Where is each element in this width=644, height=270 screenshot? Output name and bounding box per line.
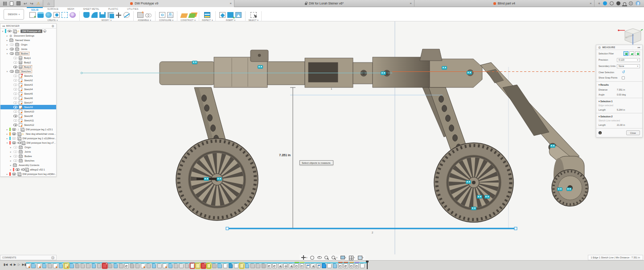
info-icon[interactable]: i <box>599 131 602 134</box>
browser-tree-item[interactable]: Sketch8 <box>0 114 56 118</box>
filter-body-icon[interactable] <box>623 51 628 56</box>
visibility-eye-icon[interactable] <box>13 106 17 108</box>
visibility-eye-icon[interactable] <box>12 128 16 131</box>
visibility-eye-icon[interactable] <box>13 155 17 158</box>
expand-arrow-icon[interactable]: ▸ <box>9 168 12 171</box>
timeline-feature-icon[interactable] <box>179 263 184 268</box>
timeline-feature-icon[interactable] <box>300 263 304 268</box>
expand-arrow-icon[interactable]: ▾ <box>6 141 8 144</box>
visibility-eye-icon[interactable] <box>12 173 16 175</box>
filter-face-icon[interactable] <box>629 51 634 56</box>
pattern-dashed-icon[interactable] <box>62 12 68 18</box>
ribbon-tab-sheet-metal[interactable]: SHEET METAL <box>79 7 104 11</box>
timeline-feature-icon[interactable] <box>333 263 337 268</box>
timeline-feature-icon[interactable] <box>174 263 178 268</box>
browser-tree-item[interactable]: Body3 <box>0 65 56 69</box>
timeline-feature-icon[interactable] <box>53 263 57 268</box>
job-status-icon[interactable] <box>603 1 607 5</box>
expand-arrow-icon[interactable]: ▸ <box>6 137 8 140</box>
measure-expand-icon[interactable]: ▸▸ <box>638 46 640 49</box>
shell-icon[interactable] <box>99 12 106 18</box>
timeline-feature-icon[interactable] <box>81 263 85 268</box>
timeline-feature-icon[interactable] <box>278 263 283 268</box>
ribbon-tab-solid[interactable]: SOLID <box>27 7 43 11</box>
browser-root-row[interactable]: ▾ ⚠ DW Prototype v9 ◉ <box>0 29 56 33</box>
dropdown-caret-icon[interactable]: ▾ <box>345 256 346 259</box>
extrude-icon[interactable] <box>37 12 44 18</box>
browser-tree-item[interactable]: ▸Origin <box>0 145 56 150</box>
sweep-icon[interactable] <box>53 12 60 18</box>
history-icon[interactable] <box>610 1 614 5</box>
browser-tree-item[interactable]: ▸Joints <box>0 150 56 154</box>
dropdown-caret-icon[interactable]: ▾ <box>354 256 355 259</box>
visibility-eye-icon[interactable] <box>13 124 17 126</box>
add-tab-button[interactable]: + <box>598 1 600 6</box>
browser-tree-item[interactable]: Sketch1 <box>0 74 56 78</box>
visibility-eye-icon[interactable] <box>12 137 16 140</box>
visibility-eye-icon[interactable] <box>13 61 17 64</box>
browser-tree-item[interactable]: Sketch2 <box>0 78 56 83</box>
ribbon-tab-utilities[interactable]: UTILITIES <box>123 7 143 11</box>
insert-part-icon[interactable] <box>227 12 234 18</box>
plane-offset-icon[interactable] <box>180 13 188 18</box>
browser-header[interactable]: ◂◂ BROWSER ⚙ <box>0 24 56 29</box>
warning-icon[interactable]: ⚠ <box>37 1 40 6</box>
expand-arrow-icon[interactable]: ▸ <box>9 150 12 153</box>
sketch-new-icon[interactable] <box>29 12 36 18</box>
precision-dropdown[interactable]: 0.123▾ <box>617 58 640 62</box>
views-tool-button[interactable]: ▾ <box>357 255 364 260</box>
tab-close-icon[interactable]: × <box>230 1 232 5</box>
timeline-feature-icon[interactable] <box>97 263 102 268</box>
browser-tree-item[interactable]: ▸DW prototype front leg v4(Mirr... <box>0 172 56 176</box>
visibility-eye-icon[interactable] <box>12 133 16 135</box>
browser-tree-item[interactable]: Body1 <box>0 56 56 60</box>
timeline-feature-icon[interactable] <box>229 263 233 268</box>
timeline-feature-icon[interactable] <box>185 263 189 268</box>
expand-arrow-icon[interactable]: ▸ <box>9 159 12 162</box>
zoom-tool-button[interactable]: ▾ <box>332 255 338 260</box>
root-visibility-eye-icon[interactable] <box>8 30 12 33</box>
new-document-icon[interactable] <box>10 1 13 6</box>
browser-tree-item[interactable]: Sketch7 <box>0 100 56 105</box>
comments-panel[interactable]: COMMENTS ● <box>0 255 57 260</box>
coil-icon[interactable] <box>70 12 76 18</box>
timeline-feature-icon[interactable] <box>262 263 266 268</box>
display-tool-button[interactable]: ▾ <box>340 255 346 260</box>
configure-icon[interactable] <box>159 12 165 18</box>
visibility-eye-icon[interactable] <box>13 66 17 68</box>
timeline-feature-icon[interactable] <box>157 263 162 268</box>
timeline-skip-start-button[interactable]: ▮◀ <box>4 263 8 266</box>
timeline-feature-icon[interactable] <box>37 263 41 268</box>
timeline-feature-icon[interactable] <box>42 263 47 268</box>
visibility-eye-icon[interactable] <box>13 115 17 117</box>
timeline-feature-icon[interactable] <box>196 263 200 268</box>
timeline-feature-icon[interactable] <box>349 263 354 268</box>
timeline-step-forward-button[interactable]: ▷ <box>18 263 20 266</box>
root-expand-arrow[interactable]: ▾ <box>1 30 4 33</box>
show-snap-points-checkbox[interactable] <box>622 76 625 79</box>
visibility-eye-icon[interactable] <box>13 83 17 86</box>
timeline-feature-icon[interactable] <box>31 263 36 268</box>
browser-tree-item[interactable]: ▸Named Views <box>0 38 56 42</box>
expand-arrow-icon[interactable]: ▸ <box>6 43 8 46</box>
root-radial-menu-icon[interactable]: ◉ <box>43 29 46 33</box>
timeline-feature-icon[interactable] <box>163 263 167 268</box>
browser-tree-item[interactable]: ▸DW prototype leg 1 v11(Mirror... <box>0 136 56 141</box>
timeline-feature-icon[interactable] <box>327 263 332 268</box>
expand-arrow-icon[interactable]: ▸ <box>6 34 8 37</box>
timeline-feature-icon[interactable] <box>212 263 217 268</box>
visibility-eye-icon[interactable] <box>13 88 17 91</box>
browser-tree-item[interactable]: Sketch3 <box>0 83 56 87</box>
selection2-header[interactable]: ▾ Selection 2 <box>596 114 642 119</box>
browser-tree-item[interactable]: ▾DW prototype front leg v7... <box>0 141 56 145</box>
timeline-playhead[interactable] <box>367 261 368 269</box>
visibility-eye-icon[interactable] <box>10 43 14 46</box>
timeline-feature-icon[interactable] <box>355 263 359 268</box>
plane-mid-icon[interactable] <box>188 13 196 18</box>
timeline-feature-icon[interactable] <box>289 263 293 268</box>
browser-tree-item[interactable]: Sketch5 <box>0 91 56 96</box>
browser-tree-item[interactable]: ▾Bodies <box>0 51 56 56</box>
design-menu-button[interactable]: DESIGN▾ <box>4 9 24 20</box>
ribbon-tab-plastic[interactable]: PLASTIC <box>104 7 123 11</box>
browser-tree-item[interactable]: Sketch12 <box>0 123 56 127</box>
